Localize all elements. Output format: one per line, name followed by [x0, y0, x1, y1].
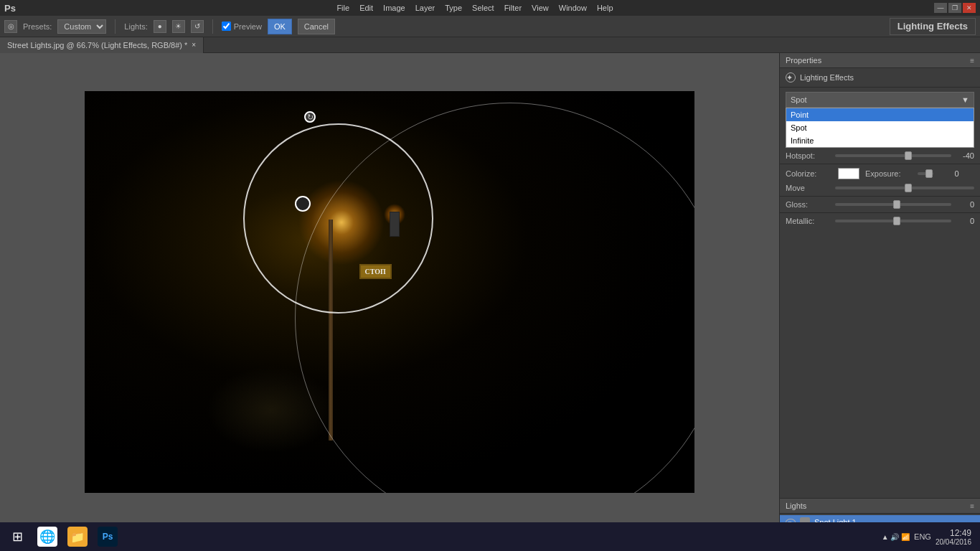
divider-gloss — [780, 212, 980, 213]
colorize-swatch[interactable] — [838, 168, 859, 179]
metallic-slider[interactable] — [835, 220, 951, 222]
lights-label: Lights: — [124, 22, 147, 31]
menu-file[interactable]: File — [332, 2, 354, 14]
night-scene: СТОП ↻ — [85, 91, 694, 493]
properties-header: Properties ≡ — [780, 53, 980, 68]
gloss-slider-thumb[interactable] — [893, 200, 900, 209]
lighting-effects-icon: ✦ — [786, 72, 796, 83]
doc-tab-close[interactable]: × — [192, 41, 196, 49]
menu-bar: File Edit Image Layer Type Select Filter… — [332, 2, 617, 14]
divider-1 — [115, 19, 116, 34]
dropdown-option-point[interactable]: Point — [786, 108, 974, 121]
chrome-icon: 🌐 — [37, 527, 57, 547]
divider-2 — [212, 19, 213, 34]
taskbar-app-explorer[interactable]: 📁 — [63, 522, 92, 551]
tool-icon: ◎ — [4, 20, 17, 33]
lights-header: Lights ≡ — [780, 499, 980, 514]
system-tray-icons: ▲ 🔊 📶 — [882, 533, 910, 541]
taskbar-app-chrome[interactable]: 🌐 — [33, 522, 62, 551]
language-indicator: ENG — [914, 532, 931, 541]
menu-filter[interactable]: Filter — [500, 2, 526, 14]
chevron-down-icon: ▼ — [961, 95, 969, 104]
metallic-slider-thumb[interactable] — [893, 217, 900, 225]
start-icon: ⊞ — [12, 529, 23, 545]
type-select-value: Spot — [791, 95, 807, 104]
minimize-button[interactable]: — — [934, 3, 947, 13]
lighting-effects-label: Lighting Effects — [890, 18, 976, 35]
menu-layer[interactable]: Layer — [411, 2, 440, 14]
doc-tab-filename: Street Lights.jpg @ 66.7% (Light Effects… — [7, 41, 187, 50]
toolbar: ◎ Presets: Custom Lights: ● ☀ ↺ Preview … — [0, 16, 980, 37]
preview-checkbox[interactable] — [222, 22, 231, 31]
menu-type[interactable]: Type — [440, 2, 466, 14]
exposure-value: 0 — [939, 169, 959, 178]
divider-move — [780, 196, 980, 197]
title-bar: Ps File Edit Image Layer Type Select Fil… — [0, 0, 980, 16]
lights-expand-icon[interactable]: ≡ — [970, 502, 974, 510]
document-tab[interactable]: Street Lights.jpg @ 66.7% (Light Effects… — [0, 37, 204, 53]
menu-edit[interactable]: Edit — [355, 2, 377, 14]
dropdown-option-spot[interactable]: Spot — [786, 121, 974, 134]
hotspot-slider[interactable] — [835, 154, 951, 157]
type-dropdown: Spot ▼ Point Spot Infinite — [786, 92, 974, 108]
light-center[interactable] — [295, 196, 311, 212]
photoshop-icon: Ps — [98, 527, 118, 547]
explorer-icon: 📁 — [67, 527, 88, 547]
metallic-row: Metallic: 0 — [780, 215, 980, 227]
menu-select[interactable]: Select — [468, 2, 499, 14]
move-row: Move — [780, 182, 980, 194]
move-slider[interactable] — [835, 187, 974, 189]
add-light-icon[interactable]: ● — [154, 20, 166, 33]
canvas-area[interactable]: СТОП ↻ — [0, 53, 779, 531]
presets-select[interactable]: Custom — [57, 19, 106, 34]
gloss-slider[interactable] — [835, 203, 951, 206]
move-label: Move — [786, 184, 832, 192]
lighting-effects-title: ✦ Lighting Effects — [780, 68, 980, 88]
document-tabs: Street Lights.jpg @ 66.7% (Light Effects… — [0, 37, 980, 53]
menu-help[interactable]: Help — [593, 2, 618, 14]
type-select-button[interactable]: Spot ▼ — [786, 92, 974, 108]
exposure-label: Exposure: — [865, 169, 912, 178]
lighting-effects-name: Lighting Effects — [800, 73, 854, 82]
light-type-icon[interactable]: ☀ — [172, 20, 185, 33]
presets-label: Presets: — [23, 22, 52, 31]
colorize-label: Colorize: — [786, 169, 832, 178]
ok-button[interactable]: OK — [268, 19, 292, 34]
close-button[interactable]: ✕ — [963, 3, 976, 13]
hotspot-value: -40 — [954, 151, 974, 160]
preview-checkbox-group: Preview — [222, 22, 262, 31]
start-button[interactable]: ⊞ — [3, 522, 32, 551]
clock-date: 20/04/2016 — [936, 538, 971, 546]
metallic-label: Metallic: — [786, 217, 832, 225]
gloss-label: Gloss: — [786, 200, 832, 209]
app-logo: Ps — [4, 3, 16, 14]
system-clock: 12:49 20/04/2016 — [936, 528, 971, 546]
window-controls: — ❐ ✕ — [934, 3, 976, 13]
preview-label: Preview — [234, 22, 262, 31]
clock-time: 12:49 — [936, 528, 971, 538]
menu-image[interactable]: Image — [379, 2, 410, 14]
properties-expand-icon[interactable]: ≡ — [970, 57, 974, 65]
move-slider-thumb[interactable] — [905, 184, 912, 192]
gloss-value: 0 — [954, 200, 974, 209]
cancel-button[interactable]: Cancel — [298, 19, 335, 34]
exposure-slider[interactable] — [918, 172, 933, 175]
rotate-icon[interactable]: ↺ — [191, 20, 204, 33]
hotspot-slider-thumb[interactable] — [905, 151, 912, 160]
menu-view[interactable]: View — [527, 2, 553, 14]
exposure-slider-thumb[interactable] — [925, 169, 933, 178]
canvas-image: СТОП ↻ — [85, 91, 694, 493]
hotspot-label: Hotspot: — [786, 151, 832, 160]
maximize-button[interactable]: ❐ — [948, 3, 961, 13]
taskbar-app-photoshop[interactable]: Ps — [93, 522, 122, 551]
divider-hotspot — [780, 164, 980, 164]
taskbar-right: ▲ 🔊 📶 ENG 12:49 20/04/2016 — [882, 528, 977, 546]
dropdown-option-infinite[interactable]: Infinite — [786, 134, 974, 147]
light-handle[interactable]: ↻ — [304, 111, 316, 123]
main-area: СТОП ↻ Properties ≡ ✦ Lighting Effects — [0, 53, 980, 531]
menu-window[interactable]: Window — [555, 2, 591, 14]
lights-header-label: Lights — [786, 501, 806, 510]
gloss-row: Gloss: 0 — [780, 198, 980, 211]
titlebar-left: Ps — [4, 3, 16, 14]
right-panel: Properties ≡ ✦ Lighting Effects Spot ▼ P… — [779, 53, 980, 531]
